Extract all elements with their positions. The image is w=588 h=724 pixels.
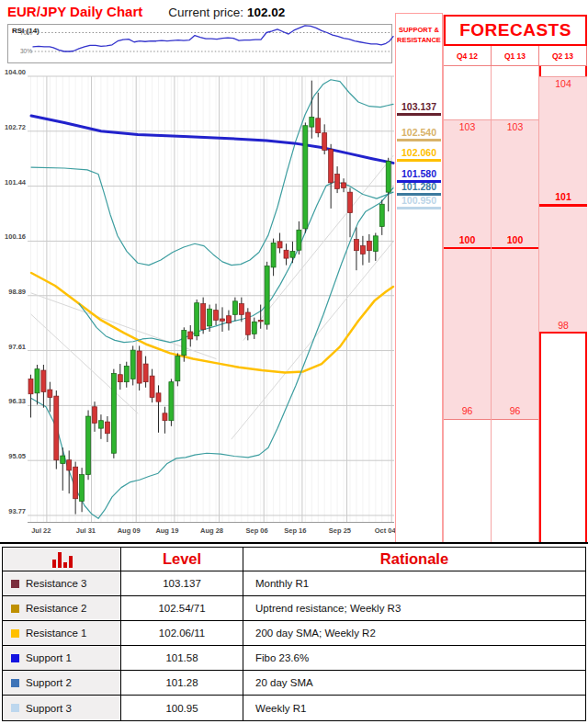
candle-body	[137, 351, 141, 383]
eurjpy-daily-chart-page: EUR/JPY Daily ChartCurrent price:102.02 …	[0, 0, 588, 724]
table-row-name-cell: Support 2	[3, 671, 121, 696]
level-color-swatch	[11, 629, 19, 638]
forecast-value-label: 96	[444, 405, 491, 417]
forecast-quarter-header: Q2 13	[539, 46, 587, 66]
candle-body	[297, 230, 301, 250]
date-axis-label: Aug 09	[102, 526, 141, 535]
sr-level-label: 103.137	[396, 101, 442, 112]
sr-level-label: 101.280	[396, 181, 442, 192]
candle-body	[150, 376, 154, 397]
forecast-value-label: 100	[444, 234, 491, 246]
table-row-name-cell: Support 3	[3, 696, 121, 720]
candle-body	[61, 456, 65, 463]
candle-body	[182, 331, 187, 356]
forecasts-title: FORECASTS	[444, 15, 587, 46]
candle-body	[130, 350, 135, 379]
forecast-column: 10310096	[444, 66, 492, 543]
date-axis-label: Aug 19	[140, 526, 178, 535]
candle-body	[226, 316, 231, 323]
candle-body	[367, 241, 371, 250]
forecast-range-zone	[444, 119, 491, 420]
level-color-swatch	[11, 580, 19, 588]
forecast-target-line	[539, 204, 587, 207]
candle-body	[163, 413, 167, 421]
level-column-header: Level	[121, 548, 243, 571]
candle-body	[35, 369, 40, 393]
candle-body	[124, 366, 129, 381]
rationale-cell: Monthly R1	[243, 571, 585, 596]
price-axis-label: 101.44	[0, 178, 26, 187]
level-color-swatch	[11, 679, 19, 687]
sr-level-label: 102.540	[396, 127, 442, 138]
level-value-cell: 102.54/71	[121, 596, 243, 621]
candle-body	[188, 332, 193, 339]
price-axis-label: 97.61	[0, 343, 26, 351]
forecast-target-line	[444, 247, 491, 250]
level-name: Resistance 1	[26, 628, 86, 639]
level-color-swatch	[11, 654, 19, 662]
forecast-value-label: 101	[539, 191, 587, 203]
candle-body	[310, 117, 314, 127]
forecast-value-label: 103	[492, 121, 538, 133]
candle-body	[386, 162, 390, 193]
forecast-target-line	[492, 247, 538, 250]
candle-body	[93, 407, 97, 424]
candle-body	[342, 183, 346, 188]
sr-level-label: 101.580	[396, 168, 442, 179]
candle-body	[329, 149, 334, 182]
level-color-swatch	[11, 605, 19, 613]
candle-body	[86, 416, 91, 475]
candle-body	[201, 304, 206, 330]
candle-body	[322, 133, 327, 151]
level-value-cell: 102.06/11	[121, 621, 243, 646]
level-name: Support 2	[26, 677, 72, 688]
date-axis-label: Sep 16	[267, 526, 306, 535]
candle-body	[265, 266, 269, 325]
candle-body	[258, 320, 263, 322]
price-axis-label: 104.00	[0, 68, 26, 76]
bar-chart-icon	[50, 550, 74, 568]
rsi-series	[33, 26, 393, 51]
sma-200-line	[31, 116, 393, 163]
price-axis-label: 96.33	[0, 397, 26, 405]
candle-body	[373, 236, 378, 252]
level-name: Resistance 3	[26, 578, 86, 589]
table-row-name-cell: Resistance 1	[3, 621, 121, 646]
candle-body	[284, 250, 288, 258]
rationale-cell: Fibo 23.6%	[243, 646, 585, 671]
sr-level-line	[397, 113, 441, 116]
candle-body	[348, 192, 353, 212]
date-axis-label: Oct 04	[357, 526, 396, 535]
table-row-name-cell: Support 1	[3, 646, 121, 671]
price-axis-label: 95.05	[0, 452, 26, 460]
candle-body	[98, 421, 103, 428]
forecast-range-zone	[492, 119, 538, 420]
candle-body	[80, 475, 85, 502]
candle-body	[74, 467, 78, 499]
rationale-cell: Weekly R1	[243, 696, 585, 720]
table-corner-cell	[3, 548, 121, 571]
support-resistance-header: SUPPORT & RESISTANCE	[396, 14, 442, 45]
level-name: Support 1	[26, 652, 72, 663]
candle-body	[48, 390, 52, 397]
forecast-value-label: 98	[539, 320, 587, 332]
candle-body	[232, 301, 237, 314]
level-value-cell: 103.137	[121, 571, 243, 596]
forecasts-panel: FORECASTS Q4 1210310096Q1 1310310096Q2 1…	[443, 15, 586, 543]
level-value-cell: 100.95	[121, 696, 243, 720]
sr-level-line	[397, 139, 441, 141]
level-name: Resistance 2	[26, 603, 86, 614]
candle-body	[277, 242, 282, 248]
price-axis-label: 102.72	[0, 123, 26, 131]
table-row-name-cell: Resistance 2	[3, 596, 121, 621]
candle-body	[195, 303, 199, 336]
rationale-cell: Uptrend resistance; Weekly R3	[243, 596, 585, 621]
forecast-column: 10310096	[492, 66, 539, 543]
date-axis-label: Jul 31	[57, 526, 96, 535]
price-axis-label: 98.89	[0, 288, 26, 296]
candle-body	[290, 252, 295, 258]
boll-lower-line	[31, 187, 393, 518]
candle-body	[41, 370, 46, 391]
price-axis-label: 100.16	[0, 232, 26, 241]
candle-body	[214, 311, 219, 321]
